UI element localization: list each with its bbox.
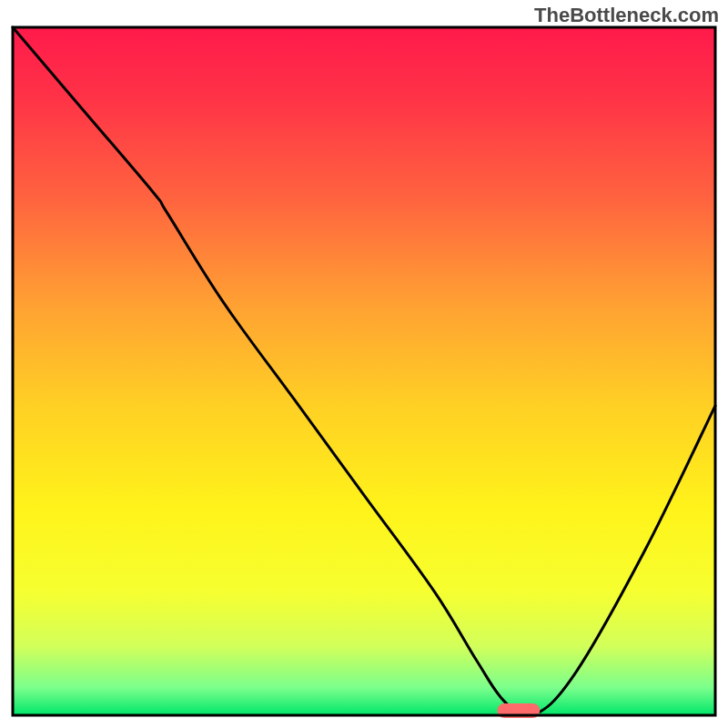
chart-background [13, 27, 715, 715]
watermark-text: TheBottleneck.com [534, 4, 719, 27]
bottleneck-chart: TheBottleneck.com [0, 0, 728, 728]
chart-svg [0, 0, 728, 728]
